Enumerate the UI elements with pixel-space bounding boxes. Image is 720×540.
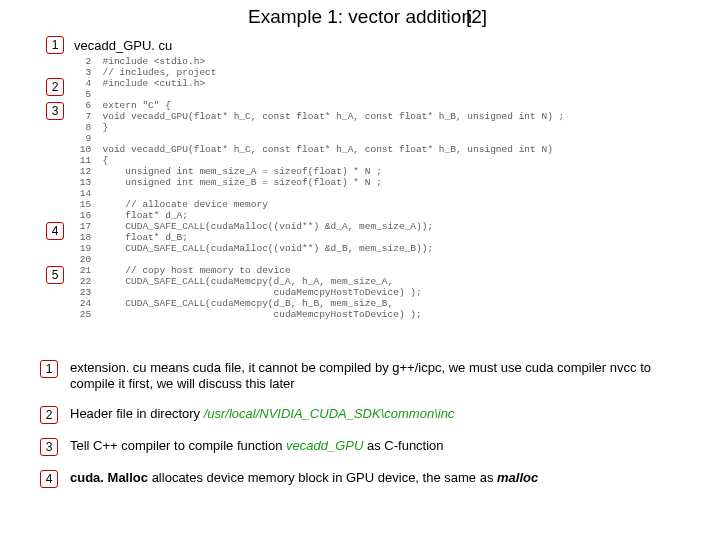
slide-title: Example 1: vector addition <box>248 6 472 27</box>
footnote-marker-1: 1 <box>40 360 58 378</box>
code-pre: 2 #include <stdio.h> 3 // includes, proj… <box>74 56 679 320</box>
footnote-4-bold2: malloc <box>497 470 538 485</box>
marker-2: 2 <box>46 78 64 96</box>
footnote-4: 4 cuda. Malloc allocates device memory b… <box>40 470 680 488</box>
footnote-2: 2 Header file in directory /usr/local/NV… <box>40 406 680 424</box>
footnote-2-pre: Header file in directory <box>70 406 204 421</box>
slide-title-ref: [2] <box>466 6 487 28</box>
footnote-marker-3: 3 <box>40 438 58 456</box>
code-filename: vecadd_GPU. cu <box>74 38 172 53</box>
left-marker-column: 1 2 3 4 5 <box>46 36 66 336</box>
marker-1: 1 <box>46 36 64 54</box>
footnote-3-pre: Tell C++ compiler to compile function <box>70 438 286 453</box>
marker-5: 5 <box>46 266 64 284</box>
slide-title-row: Example 1: vector addition [2] <box>0 6 720 28</box>
footnote-text-1: extension. cu means cuda file, it cannot… <box>70 360 680 392</box>
footnote-4-bold1: cuda. Malloc <box>70 470 148 485</box>
footnote-marker-2: 2 <box>40 406 58 424</box>
footnote-1: 1 extension. cu means cuda file, it cann… <box>40 360 680 392</box>
footnote-3-func: vecadd_GPU <box>286 438 363 453</box>
footnotes: 1 extension. cu means cuda file, it cann… <box>40 360 680 502</box>
footnote-marker-4: 4 <box>40 470 58 488</box>
marker-4: 4 <box>46 222 64 240</box>
footnote-3: 3 Tell C++ compiler to compile function … <box>40 438 680 456</box>
marker-3: 3 <box>46 102 64 120</box>
footnote-2-path: /usr/local/NVIDIA_CUDA_SDK\common\inc <box>204 406 455 421</box>
footnote-text-4: cuda. Malloc allocates device memory blo… <box>70 470 680 486</box>
footnote-text-2: Header file in directory /usr/local/NVID… <box>70 406 680 422</box>
code-listing: 2 #include <stdio.h> 3 // includes, proj… <box>74 56 679 320</box>
footnote-3-post: as C-function <box>363 438 443 453</box>
footnote-4-mid: allocates device memory block in GPU dev… <box>148 470 497 485</box>
footnote-text-3: Tell C++ compiler to compile function ve… <box>70 438 680 454</box>
